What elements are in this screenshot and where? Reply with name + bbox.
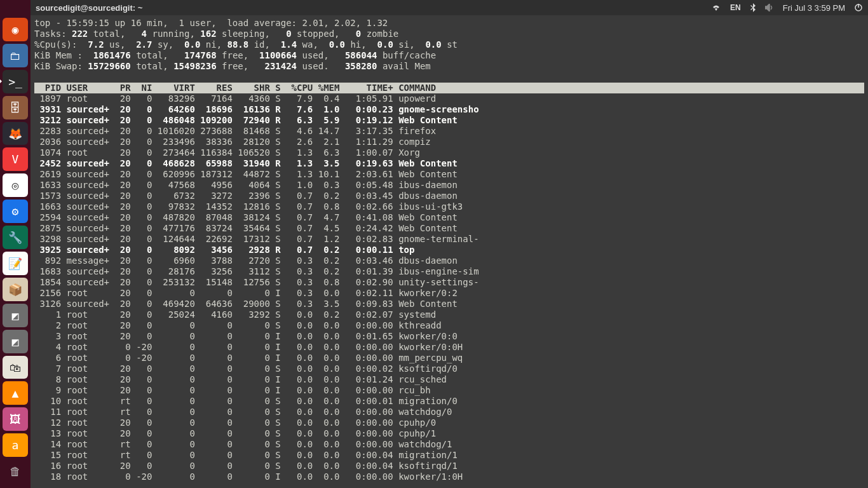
indicator-area: EN Fri Jul 3 3:59 PM bbox=[711, 3, 863, 13]
process-row: 8 root 20 0 0 0 0 I 0.0 0.0 0:01.24 rcu_… bbox=[34, 374, 864, 385]
launcher-item-chrome[interactable]: ◎ bbox=[3, 173, 28, 197]
process-row: 2283 sourced+ 20 0 1016020 273688 81468 … bbox=[34, 126, 864, 137]
top-menubar: sourcedigit@sourcedigit: ~ EN Fri Jul 3 … bbox=[31, 0, 868, 15]
top-column-header: PID USER PR NI VIRT RES SHR S %CPU %MEM … bbox=[34, 83, 864, 93]
process-row: 2156 root 20 0 0 0 0 I 0.3 0.0 0:02.11 k… bbox=[34, 288, 864, 299]
launcher-item-vlc[interactable]: ▲ bbox=[3, 381, 28, 405]
process-row: 2452 sourced+ 20 0 468628 65988 31940 R … bbox=[34, 158, 864, 169]
launcher-item-nautilus[interactable]: 🗄 bbox=[3, 96, 28, 119]
terminal-window[interactable]: top - 15:59:15 up 16 min, 1 user, load a… bbox=[31, 15, 868, 488]
language-indicator[interactable]: EN bbox=[730, 3, 741, 12]
process-row: 11 root rt 0 0 0 0 S 0.0 0.0 0:00.00 wat… bbox=[34, 407, 864, 417]
process-row: 1 root 20 0 25024 4160 3292 S 0.0 0.2 0:… bbox=[34, 309, 864, 320]
process-row: 1854 sourced+ 20 0 253132 15148 12756 S … bbox=[34, 277, 864, 288]
process-row: 14 root rt 0 0 0 0 S 0.0 0.0 0:00.00 wat… bbox=[34, 439, 864, 450]
top-summary-line: Tasks: 222 total, 4 running, 162 sleepin… bbox=[34, 29, 864, 39]
process-row: 4 root 0 -20 0 0 0 I 0.0 0.0 0:00.00 kwo… bbox=[34, 342, 864, 353]
process-row: 3126 sourced+ 20 0 469420 64636 29000 S … bbox=[34, 299, 864, 309]
launcher-trash[interactable]: 🗑 bbox=[3, 459, 28, 483]
launcher-item-tweak[interactable]: 🔧 bbox=[3, 226, 28, 249]
process-row: 1573 sourced+ 20 0 6732 3272 2396 S 0.7 … bbox=[34, 191, 864, 201]
wifi-icon[interactable] bbox=[711, 4, 721, 11]
process-row: 2619 sourced+ 20 0 620996 187312 44872 S… bbox=[34, 169, 864, 180]
window-title: sourcedigit@sourcedigit: ~ bbox=[36, 3, 711, 13]
process-row: 1074 root 20 0 273464 116384 106520 S 1.… bbox=[34, 147, 864, 158]
process-row: 2875 sourced+ 20 0 477176 83724 35464 S … bbox=[34, 223, 864, 234]
launcher-item-dash[interactable]: ◉ bbox=[3, 18, 28, 41]
top-summary-line: top - 15:59:15 up 16 min, 1 user, load a… bbox=[34, 18, 864, 29]
launcher-item-image[interactable]: 🖼 bbox=[3, 407, 28, 431]
process-row: 16 root 20 0 0 0 0 S 0.0 0.0 0:00.04 kso… bbox=[34, 461, 864, 471]
process-row: 10 root rt 0 0 0 0 S 0.0 0.0 0:00.01 mig… bbox=[34, 396, 864, 407]
process-row: 12 root 20 0 0 0 0 S 0.0 0.0 0:00.00 cpu… bbox=[34, 417, 864, 428]
process-row: 892 message+ 20 0 6960 3788 2720 S 0.3 0… bbox=[34, 255, 864, 266]
launcher-item-software[interactable]: 🛍 bbox=[3, 356, 28, 379]
process-row: 15 root rt 0 0 0 0 S 0.0 0.0 0:00.04 mig… bbox=[34, 450, 864, 461]
launcher-item-files[interactable]: 🗀 bbox=[3, 44, 28, 67]
process-row: 3931 sourced+ 20 0 64260 18696 16136 R 7… bbox=[34, 104, 864, 115]
launcher-item-amazon[interactable]: a bbox=[3, 433, 28, 457]
top-summary-line: KiB Mem : 1861476 total, 174768 free, 11… bbox=[34, 50, 864, 61]
process-row: 9 root 20 0 0 0 0 I 0.0 0.0 0:00.00 rcu_… bbox=[34, 385, 864, 396]
process-row: 18 root 0 -20 0 0 0 I 0.0 0.0 0:00.00 kw… bbox=[34, 471, 864, 482]
launcher-item-archiver[interactable]: 📦 bbox=[3, 278, 28, 301]
process-row: 13 root 20 0 0 0 0 S 0.0 0.0 0:00.00 cpu… bbox=[34, 428, 864, 439]
launcher-item-vivaldi[interactable]: V bbox=[3, 147, 28, 171]
clock[interactable]: Fri Jul 3 3:59 PM bbox=[783, 3, 845, 13]
top-summary-line: KiB Swap: 15729660 total, 15498236 free,… bbox=[34, 61, 864, 72]
volume-icon[interactable] bbox=[765, 4, 774, 11]
process-row: 6 root 0 -20 0 0 0 I 0.0 0.0 0:00.00 mm_… bbox=[34, 353, 864, 363]
bluetooth-icon[interactable] bbox=[750, 3, 756, 12]
process-row: 2 root 20 0 0 0 0 S 0.0 0.0 0:00.00 kthr… bbox=[34, 320, 864, 331]
top-summary-line: %Cpu(s): 7.2 us, 2.7 sy, 0.0 ni, 88.8 id… bbox=[34, 39, 864, 50]
process-row: 3 root 20 0 0 0 0 I 0.0 0.0 0:01.65 kwor… bbox=[34, 331, 864, 342]
launcher-item-terminal[interactable]: >_ bbox=[3, 70, 28, 93]
power-icon[interactable] bbox=[854, 3, 863, 12]
process-row: 1683 sourced+ 20 0 28176 3256 3112 S 0.3… bbox=[34, 266, 864, 277]
process-row: 2594 sourced+ 20 0 487820 87048 38124 S … bbox=[34, 212, 864, 223]
process-row: 3212 sourced+ 20 0 486048 109200 72940 R… bbox=[34, 115, 864, 126]
unity-launcher: ◉🗀>_🗄🦊V◎⚙🔧📝📦◩◩🛍▲🖼a🗑 bbox=[0, 0, 31, 488]
launcher-item-settings-blue[interactable]: ⚙ bbox=[3, 200, 28, 223]
launcher-item-firefox[interactable]: 🦊 bbox=[3, 122, 28, 146]
process-row: 3925 sourced+ 20 0 8092 3456 2928 R 0.7 … bbox=[34, 245, 864, 255]
blank-line bbox=[34, 72, 864, 83]
launcher-item-grey2[interactable]: ◩ bbox=[3, 330, 28, 353]
process-row: 7 root 20 0 0 0 0 S 0.0 0.0 0:00.02 ksof… bbox=[34, 363, 864, 374]
process-row: 1897 root 20 0 83296 7164 4360 S 7.9 0.4… bbox=[34, 93, 864, 104]
launcher-item-editor[interactable]: 📝 bbox=[3, 252, 28, 275]
launcher-item-grey1[interactable]: ◩ bbox=[3, 304, 28, 327]
process-row: 2036 sourced+ 20 0 233496 38336 28120 S … bbox=[34, 137, 864, 147]
process-row: 1663 sourced+ 20 0 97832 14352 12816 S 0… bbox=[34, 201, 864, 212]
process-row: 1633 sourced+ 20 0 47568 4956 4064 S 1.0… bbox=[34, 180, 864, 191]
process-row: 3298 sourced+ 20 0 124644 22692 17312 S … bbox=[34, 234, 864, 245]
